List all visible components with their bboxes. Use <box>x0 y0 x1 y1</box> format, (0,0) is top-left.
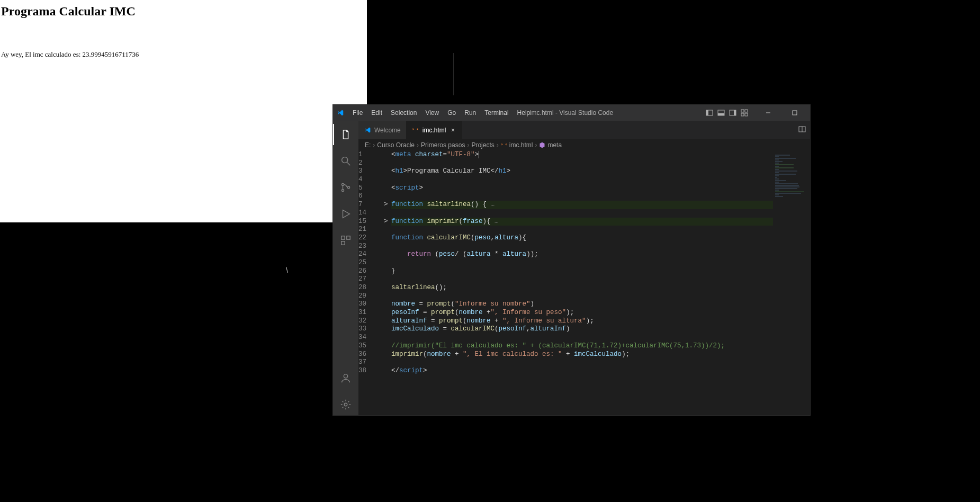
fold-chevron-icon <box>384 209 391 218</box>
code-line[interactable]: } <box>391 267 810 276</box>
vscode-icon <box>364 127 371 134</box>
svg-point-21 <box>344 403 347 406</box>
layout-toggle-sidebar-icon[interactable] <box>705 109 714 117</box>
fold-chevron-icon <box>384 342 391 351</box>
code-line[interactable]: <script> <box>391 184 810 193</box>
activity-extensions-icon[interactable] <box>333 230 358 251</box>
split-editor-icon[interactable] <box>798 126 806 135</box>
code-line[interactable]: imcCalculado = calcularIMC(pesoInf,altur… <box>391 325 810 334</box>
svg-rect-8 <box>741 113 744 116</box>
page-heading: Programa Calcular IMC <box>1 4 366 19</box>
code-line[interactable]: saltarlinea(); <box>391 284 810 292</box>
activity-settings-icon[interactable] <box>333 394 358 415</box>
svg-rect-3 <box>718 113 724 115</box>
fold-chevron-icon <box>384 151 391 159</box>
fold-chevron-icon <box>384 309 391 317</box>
tab-welcome[interactable]: Welcome <box>358 121 407 139</box>
fold-chevron-icon <box>384 275 391 284</box>
svg-point-14 <box>341 183 344 185</box>
menu-file[interactable]: File <box>349 107 366 119</box>
breadcrumb-folder[interactable]: Primeros pasos <box>421 141 465 149</box>
fold-chevron-icon <box>384 325 391 334</box>
activity-run-debug-icon[interactable] <box>333 203 358 225</box>
code-line[interactable]: alturaInf = prompt(nombre + ", Informe s… <box>391 317 810 326</box>
svg-point-15 <box>341 189 344 191</box>
code-line[interactable] <box>391 334 810 342</box>
code-line[interactable] <box>391 209 810 218</box>
breadcrumb-file[interactable]: imc.html <box>501 141 533 149</box>
breadcrumb-drive[interactable]: E: <box>365 141 371 149</box>
breadcrumb-folder[interactable]: Curso Oracle <box>377 141 415 149</box>
code-line[interactable]: return (peso/ (altura * altura)); <box>391 250 810 259</box>
html-file-icon <box>501 142 507 148</box>
menubar: File Edit Selection View Go Run Terminal… <box>349 107 534 119</box>
menu-edit[interactable]: Edit <box>367 107 386 119</box>
fold-chevron-icon <box>384 192 391 201</box>
layout-toggle-secondary-icon[interactable] <box>729 109 737 117</box>
activity-bar <box>333 121 358 415</box>
menu-go[interactable]: Go <box>444 107 460 119</box>
fold-chevron-icon[interactable]: > <box>384 218 391 226</box>
menu-run[interactable]: Run <box>461 107 480 119</box>
svg-point-16 <box>347 186 349 189</box>
fold-chevron-icon <box>384 300 391 309</box>
code-line[interactable]: function imprimir(frase){ … <box>391 218 810 226</box>
fold-chevron-icon <box>384 317 391 326</box>
svg-point-20 <box>344 374 347 378</box>
menu-view[interactable]: View <box>421 107 443 119</box>
code-line[interactable] <box>391 292 810 301</box>
fold-chevron-icon <box>384 334 391 342</box>
breadcrumbs[interactable]: E:› Curso Oracle› Primeros pasos› Projec… <box>358 139 810 151</box>
code-line[interactable]: //imprimir("El imc calculado es: " + (ca… <box>391 342 810 351</box>
menu-terminal[interactable]: Terminal <box>481 107 512 119</box>
svg-rect-17 <box>341 236 345 239</box>
code-editor[interactable]: 1234567141521222324252627282930313233343… <box>358 151 810 415</box>
svg-rect-11 <box>793 111 797 115</box>
fold-chevron-icon <box>384 292 391 301</box>
layout-customize-icon[interactable] <box>740 109 749 117</box>
tab-close-icon[interactable]: × <box>449 127 456 134</box>
code-line[interactable] <box>391 259 810 267</box>
fold-chevron-icon <box>384 250 391 259</box>
code-line[interactable]: <h1>Programa Calcular IMC</h1> <box>391 167 810 176</box>
fold-chevron-icon <box>384 284 391 292</box>
window-minimize-button[interactable] <box>756 105 780 121</box>
window-title: imc.html - Visual Studio Code <box>530 109 613 116</box>
window-controls <box>705 105 807 121</box>
fold-chevron-icon <box>384 367 391 375</box>
fold-chevron-icon <box>384 167 391 176</box>
code-line[interactable] <box>391 192 810 201</box>
code-line[interactable] <box>391 275 810 284</box>
code-line[interactable]: <meta charset="UTF-8"> <box>391 151 810 159</box>
tab-bar: Welcome imc.html × <box>358 121 810 139</box>
code-line[interactable] <box>391 226 810 234</box>
editor-column: Welcome imc.html × E:› Curs <box>358 121 810 415</box>
fold-chevron-icon[interactable]: > <box>384 201 391 209</box>
code-line[interactable] <box>391 243 810 251</box>
breadcrumb-symbol[interactable]: meta <box>539 141 562 149</box>
svg-rect-1 <box>706 110 708 115</box>
vscode-logo-icon <box>336 109 345 117</box>
code-line[interactable]: imprimir(nombre + ", El imc calculado es… <box>391 351 810 359</box>
activity-search-icon[interactable] <box>333 150 358 172</box>
code-line[interactable] <box>391 358 810 367</box>
breadcrumb-folder[interactable]: Projects <box>471 141 494 149</box>
activity-explorer-icon[interactable] <box>333 124 358 145</box>
tab-imc-html[interactable]: imc.html × <box>407 121 463 139</box>
window-maximize-button[interactable] <box>783 105 807 121</box>
activity-accounts-icon[interactable] <box>333 367 358 389</box>
browser-output-panel: Programa Calcular IMC Ay wey, El imc cal… <box>0 0 367 222</box>
html-file-icon <box>412 127 419 134</box>
layout-toggle-panel-icon[interactable] <box>717 109 725 117</box>
code-line[interactable] <box>391 159 810 168</box>
code-line[interactable] <box>391 176 810 184</box>
code-line[interactable]: pesoInf = prompt(nombre +", Informe su p… <box>391 309 810 317</box>
activity-source-control-icon[interactable] <box>333 177 358 198</box>
code-line[interactable]: function saltarlinea() { … <box>391 201 810 209</box>
code-line[interactable]: </script> <box>391 367 810 375</box>
minimap[interactable] <box>773 151 810 415</box>
code-line[interactable]: function calcularIMC(peso,altura){ <box>391 234 810 243</box>
svg-point-12 <box>342 157 348 163</box>
menu-selection[interactable]: Selection <box>387 107 420 119</box>
code-line[interactable]: nombre = prompt("Informe su nombre") <box>391 300 810 309</box>
